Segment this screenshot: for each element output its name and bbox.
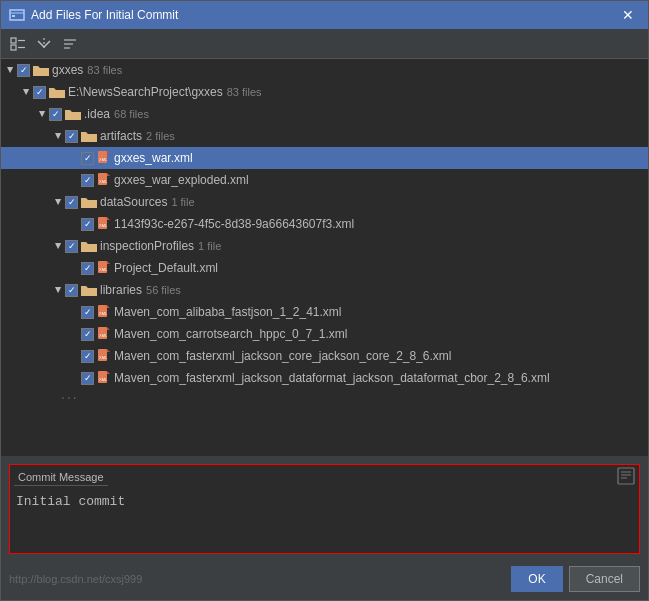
tree-item-count: 83 files [87, 64, 122, 76]
tree-arrow[interactable]: ▶ [53, 196, 65, 208]
xml-file-icon: XML [97, 327, 111, 341]
toolbar [1, 29, 648, 59]
tree-arrow[interactable] [69, 306, 81, 318]
svg-marker-21 [107, 261, 110, 264]
tree-arrow[interactable] [69, 152, 81, 164]
folder-icon [33, 64, 49, 77]
tree-item-label: E:\NewsSearchProject\gxxes [68, 85, 223, 99]
tree-item-count: 68 files [114, 108, 149, 120]
watermark-text: http://blog.csdn.net/cxsj999 [9, 573, 142, 585]
tree-checkbox[interactable]: ✓ [81, 218, 94, 231]
tree-item[interactable]: ✓XML1143f93c-e267-4f5c-8d38-9a66643607f3… [1, 213, 648, 235]
tree-arrow[interactable] [69, 262, 81, 274]
tree-arrow[interactable]: ▶ [53, 284, 65, 296]
tree-item-label: Project_Default.xml [114, 261, 218, 275]
xml-file-icon: XML [97, 305, 111, 319]
svg-marker-30 [107, 349, 110, 352]
tree-item-count: 2 files [146, 130, 175, 142]
tree-item-label: gxxes_war_exploded.xml [114, 173, 249, 187]
toolbar-btn-1[interactable] [7, 33, 29, 55]
svg-marker-15 [107, 173, 110, 176]
tree-item[interactable]: ✓XMLgxxes_war_exploded.xml [1, 169, 648, 191]
tree-checkbox[interactable]: ✓ [81, 372, 94, 385]
tree-item[interactable]: ▶✓.idea68 files [1, 103, 648, 125]
tree-arrow[interactable]: ▶ [21, 86, 33, 98]
tree-item-label: Maven_com_fasterxml_jackson_core_jackson… [114, 349, 452, 363]
tree-item-label: artifacts [100, 129, 142, 143]
close-button[interactable]: ✕ [616, 5, 640, 25]
svg-marker-12 [107, 151, 110, 154]
xml-file-icon: XML [97, 261, 111, 275]
tree-checkbox[interactable]: ✓ [81, 174, 94, 187]
tree-item[interactable]: ✓XMLgxxes_war.xml [1, 147, 648, 169]
tree-checkbox[interactable]: ✓ [49, 108, 62, 121]
svg-text:XML: XML [99, 267, 108, 272]
svg-text:XML: XML [99, 333, 108, 338]
tree-item-label: Maven_com_fasterxml_jackson_dataformat_j… [114, 371, 550, 385]
commit-message-input[interactable] [10, 490, 639, 553]
svg-rect-2 [12, 15, 15, 17]
svg-marker-27 [107, 327, 110, 330]
tree-item[interactable]: ✓XMLMaven_com_fasterxml_jackson_dataform… [1, 367, 648, 389]
tree-item[interactable]: ▶✓artifacts2 files [1, 125, 648, 147]
folder-icon [81, 196, 97, 209]
tree-arrow[interactable] [69, 350, 81, 362]
bottom-bar: http://blog.csdn.net/cxsj999 OK Cancel [1, 562, 648, 600]
svg-text:XML: XML [99, 179, 108, 184]
tree-checkbox[interactable]: ✓ [65, 240, 78, 253]
svg-rect-35 [618, 468, 634, 484]
commit-label: Commit Message [14, 469, 108, 486]
tree-item[interactable]: ▶✓E:\NewsSearchProject\gxxes83 files [1, 81, 648, 103]
folder-icon [65, 108, 81, 121]
commit-section: Commit Message [9, 464, 640, 554]
tree-item[interactable]: ✓XMLMaven_com_carrotsearch_hppc_0_7_1.xm… [1, 323, 648, 345]
tree-checkbox[interactable]: ✓ [81, 262, 94, 275]
tree-arrow[interactable]: ▶ [53, 240, 65, 252]
svg-marker-24 [107, 305, 110, 308]
tree-item[interactable]: ✓XMLProject_Default.xml [1, 257, 648, 279]
tree-checkbox[interactable]: ✓ [65, 284, 78, 297]
tree-item-label: 1143f93c-e267-4f5c-8d38-9a66643607f3.xml [114, 217, 354, 231]
tree-checkbox[interactable]: ✓ [17, 64, 30, 77]
tree-item-label: .idea [84, 107, 110, 121]
cancel-button[interactable]: Cancel [569, 566, 640, 592]
xml-file-icon: XML [97, 371, 111, 385]
toolbar-btn-2[interactable] [33, 33, 55, 55]
tree-checkbox[interactable]: ✓ [81, 306, 94, 319]
toolbar-btn-3[interactable] [59, 33, 81, 55]
tree-arrow[interactable] [69, 218, 81, 230]
tree-checkbox[interactable]: ✓ [65, 196, 78, 209]
tree-checkbox[interactable]: ✓ [81, 152, 94, 165]
svg-marker-33 [107, 371, 110, 374]
tree-item[interactable]: ✓XMLMaven_com_fasterxml_jackson_core_jac… [1, 345, 648, 367]
file-tree[interactable]: ▶✓gxxes83 files▶✓E:\NewsSearchProject\gx… [1, 59, 648, 456]
commit-top-row: Commit Message [10, 465, 639, 490]
tree-item-label: gxxes [52, 63, 83, 77]
tree-item-count: 1 file [198, 240, 221, 252]
tree-arrow[interactable] [69, 328, 81, 340]
ok-button[interactable]: OK [511, 566, 562, 592]
svg-rect-3 [11, 38, 16, 43]
commit-icon [617, 467, 635, 488]
tree-item-label: dataSources [100, 195, 167, 209]
tree-item[interactable]: ▶✓libraries56 files [1, 279, 648, 301]
tree-item-label: inspectionProfiles [100, 239, 194, 253]
tree-arrow[interactable]: ▶ [5, 64, 17, 76]
tree-arrow[interactable]: ▶ [37, 108, 49, 120]
tree-checkbox[interactable]: ✓ [65, 130, 78, 143]
tree-item-label: Maven_com_alibaba_fastjson_1_2_41.xml [114, 305, 341, 319]
tree-checkbox[interactable]: ✓ [33, 86, 46, 99]
tree-item-count: 56 files [146, 284, 181, 296]
tree-item[interactable]: ▶✓gxxes83 files [1, 59, 648, 81]
xml-file-icon: XML [97, 173, 111, 187]
tree-arrow[interactable]: ▶ [53, 130, 65, 142]
tree-item[interactable]: ▶✓inspectionProfiles1 file [1, 235, 648, 257]
folder-icon [81, 284, 97, 297]
svg-marker-18 [107, 217, 110, 220]
tree-checkbox[interactable]: ✓ [81, 328, 94, 341]
tree-item[interactable]: ▶✓dataSources1 file [1, 191, 648, 213]
tree-arrow[interactable] [69, 174, 81, 186]
tree-arrow[interactable] [69, 372, 81, 384]
tree-checkbox[interactable]: ✓ [81, 350, 94, 363]
tree-item[interactable]: ✓XMLMaven_com_alibaba_fastjson_1_2_41.xm… [1, 301, 648, 323]
